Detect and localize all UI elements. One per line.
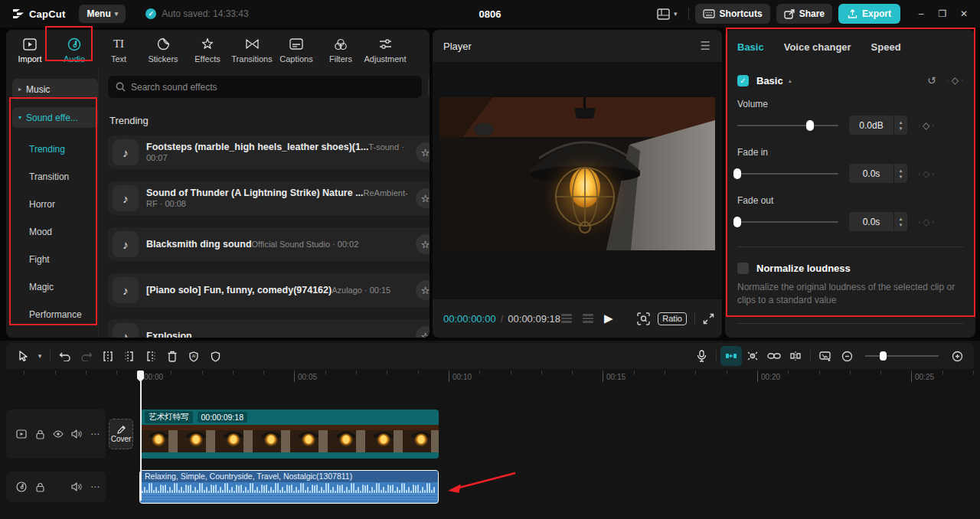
split-button[interactable] bbox=[97, 346, 119, 366]
video-clip[interactable]: 艺术灯特写 00:00:09:18 bbox=[140, 410, 439, 459]
favorite-button[interactable]: ☆ bbox=[416, 142, 430, 162]
tab-text[interactable]: TI Text bbox=[96, 35, 141, 64]
normalize-loudness-checkbox[interactable]: ✓ bbox=[737, 263, 749, 274]
volume-stepper[interactable]: ▴▾ bbox=[893, 116, 907, 135]
sound-item[interactable]: ♪ Sound of Thunder (A Lightning Strike) … bbox=[108, 181, 430, 215]
sidebar-item-sound-effects[interactable]: ▾ Sound effe... bbox=[12, 107, 98, 128]
keyframe-next-icon[interactable]: › bbox=[961, 77, 963, 84]
fullscreen-icon[interactable] bbox=[703, 313, 714, 325]
record-voiceover-button[interactable] bbox=[691, 346, 712, 366]
delete-button[interactable] bbox=[162, 346, 183, 366]
collapse-icon[interactable]: ▴ bbox=[789, 77, 792, 84]
mute-track-button[interactable] bbox=[204, 346, 226, 366]
more-icon[interactable]: ⋯ bbox=[89, 428, 101, 440]
sidebar-item-transition[interactable]: Transition bbox=[6, 163, 98, 191]
main-track-magnet-toggle[interactable] bbox=[720, 346, 742, 366]
timeline-zoom-out-button[interactable] bbox=[836, 346, 858, 366]
eye-icon[interactable] bbox=[52, 428, 64, 440]
linking-toggle[interactable] bbox=[763, 346, 785, 366]
tab-audio[interactable]: Audio bbox=[52, 35, 96, 64]
sound-item[interactable]: ♪ [Piano solo] Fun, funny, comedy(974162… bbox=[108, 273, 430, 307]
close-button[interactable]: ✕ bbox=[954, 4, 974, 24]
favorite-button[interactable]: ☆ bbox=[416, 234, 430, 254]
auto-snap-toggle[interactable] bbox=[742, 346, 763, 366]
timeline-zoom-in-button[interactable] bbox=[946, 346, 968, 366]
sound-item[interactable]: ♪ Explosion ☆⤓ bbox=[108, 319, 430, 338]
delete-left-button[interactable] bbox=[119, 346, 140, 366]
maximize-button[interactable]: ❐ bbox=[933, 4, 952, 24]
minimize-button[interactable]: – bbox=[911, 4, 931, 24]
lock-icon[interactable] bbox=[34, 428, 46, 440]
sidebar-item-trending[interactable]: Trending bbox=[6, 135, 98, 163]
speaker-icon[interactable] bbox=[70, 428, 83, 440]
sound-item[interactable]: ♪ Footsteps (marble_high heels_leather s… bbox=[108, 135, 430, 169]
favorite-button[interactable]: ☆ bbox=[416, 188, 430, 208]
filter-button[interactable]: All bbox=[428, 76, 430, 98]
frame-back-icon[interactable] bbox=[561, 314, 572, 323]
volume-slider[interactable] bbox=[737, 120, 838, 131]
undo-button[interactable] bbox=[54, 346, 76, 366]
tab-adjustment[interactable]: Adjustment bbox=[363, 35, 407, 64]
volume-value[interactable]: 0.0dB bbox=[849, 116, 893, 135]
select-tool-dropdown[interactable]: ▾ bbox=[34, 346, 46, 366]
basic-checkbox[interactable]: ✓ bbox=[737, 75, 749, 86]
tab-basic[interactable]: Basic bbox=[737, 41, 764, 53]
select-tool-button[interactable] bbox=[12, 346, 34, 366]
preview-axis-button[interactable] bbox=[815, 346, 836, 366]
timeline-zoom-slider[interactable] bbox=[865, 351, 939, 361]
keyframe-icon[interactable]: ◇ bbox=[952, 75, 959, 86]
cover-button[interactable]: Cover bbox=[109, 419, 133, 449]
sidebar-item-mood[interactable]: Mood bbox=[6, 218, 98, 246]
fade-in-value[interactable]: 0.0s bbox=[849, 164, 893, 183]
keyframe-icon[interactable]: ◇ bbox=[923, 168, 929, 179]
frame-forward-icon[interactable] bbox=[583, 314, 593, 323]
tab-voice-changer[interactable]: Voice changer bbox=[784, 41, 851, 53]
tab-captions[interactable]: Captions bbox=[274, 35, 318, 64]
tab-import[interactable]: Import bbox=[8, 35, 52, 64]
tab-transitions[interactable]: Transitions bbox=[230, 35, 274, 64]
favorite-button[interactable]: ☆ bbox=[416, 326, 430, 338]
player-panel: Player ☰ bbox=[433, 30, 722, 338]
fade-out-slider[interactable] bbox=[737, 217, 838, 227]
export-button[interactable]: Export bbox=[838, 4, 900, 24]
sidebar-item-performance[interactable]: Performance bbox=[6, 301, 98, 328]
tab-stickers[interactable]: Stickers bbox=[141, 35, 185, 64]
fade-out-value[interactable]: 0.0s bbox=[849, 212, 893, 231]
share-button[interactable]: Share bbox=[776, 4, 832, 24]
sidebar-item-music[interactable]: ▸ Music bbox=[12, 79, 98, 100]
sidebar-item-fight[interactable]: Fight bbox=[6, 246, 98, 273]
playhead[interactable] bbox=[137, 370, 144, 501]
sidebar-item-magic[interactable]: Magic bbox=[6, 273, 98, 301]
tab-effects[interactable]: Effects bbox=[185, 35, 230, 64]
sound-item[interactable]: ♪ Blacksmith ding soundOfficial Sound St… bbox=[108, 227, 430, 261]
keyframe-icon[interactable]: ◇ bbox=[923, 217, 929, 227]
fade-out-stepper[interactable]: ▴▾ bbox=[893, 212, 907, 231]
keyframe-prev-icon[interactable]: ‹ bbox=[947, 77, 949, 84]
smart-tools-button[interactable]: AI bbox=[183, 346, 204, 366]
speaker-icon[interactable] bbox=[70, 481, 83, 493]
fade-in-stepper[interactable]: ▴▾ bbox=[893, 164, 907, 183]
preview-quality-icon[interactable] bbox=[637, 312, 650, 325]
sidebar-item-musical-instruments[interactable]: Musical inst... bbox=[6, 328, 98, 338]
more-icon[interactable]: ⋯ bbox=[89, 481, 101, 493]
audio-clip-selected[interactable]: Relaxing, Simple, Countryside, Travel, N… bbox=[139, 470, 439, 504]
play-button[interactable]: ▶ bbox=[604, 312, 613, 325]
redo-button[interactable] bbox=[76, 346, 97, 366]
timeline-ruler[interactable]: 00:00 00:05 00:10 00:15 00:20 00:25 bbox=[0, 370, 980, 386]
player-menu-icon[interactable]: ☰ bbox=[701, 39, 711, 53]
favorite-button[interactable]: ☆ bbox=[416, 280, 430, 300]
delete-right-button[interactable] bbox=[140, 346, 162, 366]
ratio-button[interactable]: Ratio bbox=[658, 312, 687, 325]
reset-icon[interactable]: ↺ bbox=[927, 74, 936, 86]
menu-button[interactable]: Menu ▾ bbox=[79, 5, 126, 23]
lock-icon[interactable] bbox=[34, 481, 46, 493]
tab-filters[interactable]: Filters bbox=[318, 35, 363, 64]
keyframe-icon[interactable]: ◇ bbox=[923, 120, 929, 131]
sidebar-item-horror[interactable]: Horror bbox=[6, 191, 98, 218]
tab-speed[interactable]: Speed bbox=[871, 41, 901, 53]
shortcuts-button[interactable]: Shortcuts bbox=[695, 4, 770, 24]
layout-switch-button[interactable]: ▾ bbox=[652, 6, 682, 22]
mirror-clip-button[interactable] bbox=[785, 346, 806, 366]
search-input[interactable] bbox=[131, 82, 414, 93]
fade-in-slider[interactable] bbox=[737, 168, 838, 179]
